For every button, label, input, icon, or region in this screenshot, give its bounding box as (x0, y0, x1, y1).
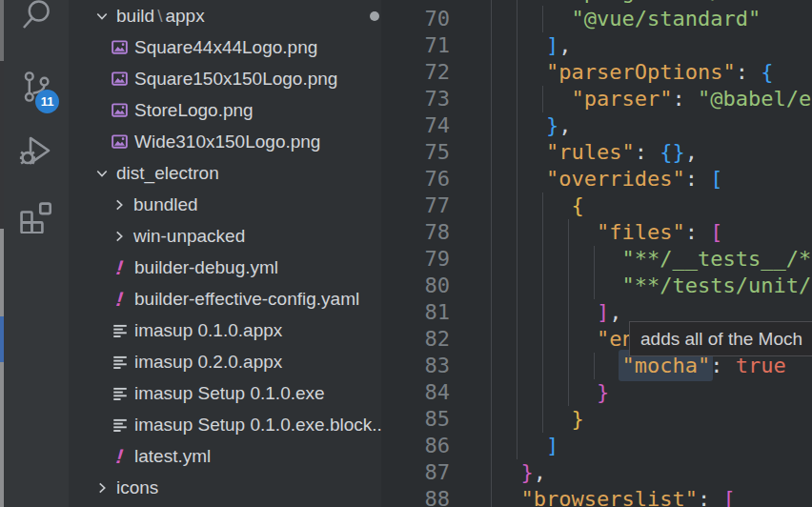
code-line[interactable]: 75 "rules": {}, (381, 139, 812, 166)
code-line[interactable]: 73 "parser": "@babel/eslint-parser" (381, 86, 812, 112)
tree-item-label: Square44x44Logo.png (134, 37, 317, 58)
code-line[interactable]: 70 "@vue/standard" (381, 6, 812, 32)
file-icon (111, 322, 129, 339)
line-number: 74 (381, 112, 450, 139)
tree-row[interactable]: build\appx (69, 0, 381, 31)
code-lines: 69 "plugin:vue/essential",70 "@vue/stand… (381, 0, 812, 507)
editor[interactable]: 69 "plugin:vue/essential",70 "@vue/stand… (381, 0, 812, 507)
activity-run-debug[interactable] (13, 128, 59, 173)
tree-item-label: imasup 0.2.0.appx (134, 352, 282, 373)
tree-item-label: build\appx (116, 6, 205, 27)
chevron-right-icon (93, 479, 111, 497)
tree-row[interactable]: win-unpacked (69, 220, 381, 252)
activity-extensions[interactable] (13, 193, 59, 238)
code-line[interactable]: 88 "browserslist": [ (381, 486, 812, 507)
path-separator: \ (154, 6, 165, 26)
line-number: 70 (381, 6, 450, 32)
tree-item-label: latest.yml (134, 446, 211, 467)
image-file-icon (111, 101, 129, 119)
yaml-file-icon: ! (111, 256, 129, 279)
tree-item-label: builder-effective-config.yaml (134, 289, 359, 310)
code-line[interactable]: 78 "files": [ (381, 219, 812, 246)
code-line[interactable]: 86 ] (381, 433, 812, 459)
tree-item-label: StoreLogo.png (134, 100, 254, 121)
line-number: 76 (381, 166, 450, 193)
code-line[interactable]: 80 "**/tests/unit/**/*.spec.{j,t}s?(x)" (381, 273, 812, 299)
tree-item-label: imasup 0.1.0.appx (134, 320, 282, 341)
tree-row[interactable]: StoreLogo.pngU (69, 94, 381, 126)
activity-bar: 11 (4, 0, 69, 507)
tree-row[interactable]: dist_electron (69, 157, 381, 189)
line-number: 88 (381, 486, 450, 507)
code-line[interactable]: 85 } (381, 406, 812, 433)
tree-item-label: imasup Setup 0.1.0.exe (134, 383, 325, 404)
tree-row[interactable]: imasup 0.1.0.appx (69, 314, 381, 346)
chevron-down-icon (93, 165, 111, 182)
tree-row[interactable]: !builder-effective-config.yaml (69, 283, 381, 314)
activity-search[interactable] (13, 0, 59, 38)
line-number: 78 (381, 219, 450, 246)
tree-item-label: dist_electron (116, 163, 219, 184)
code-line[interactable]: 74 }, (381, 112, 812, 139)
search-icon (19, 0, 53, 32)
tree-item-label: icons (116, 477, 158, 498)
yaml-file-icon: ! (111, 288, 129, 311)
modified-dot-badge (370, 11, 379, 21)
line-number: 79 (381, 246, 450, 273)
image-file-icon (111, 132, 129, 151)
image-file-icon (111, 70, 129, 88)
line-number: 73 (381, 86, 450, 112)
line-number: 75 (381, 139, 450, 166)
chevron-down-icon (93, 8, 111, 25)
tree-row[interactable]: imasup Setup 0.1.0.exe.block... (69, 409, 381, 440)
tree-row[interactable]: bundled (69, 189, 381, 220)
code-line[interactable]: 77 { (381, 193, 812, 219)
line-number: 81 (381, 299, 450, 326)
line-number: 83 (381, 353, 450, 379)
tree-row[interactable]: !builder-debug.yml (69, 252, 381, 283)
line-number: 87 (381, 459, 450, 486)
activity-source-control[interactable]: 11 (13, 64, 59, 110)
explorer-sidebar: build\appxSquare44x44Logo.pngUSquare150x… (69, 0, 381, 507)
tree-row[interactable]: Square150x150Logo.pngU (69, 63, 381, 94)
yaml-file-icon: ! (111, 445, 129, 468)
extensions-icon (18, 197, 54, 233)
tree-item-label: bundled (133, 194, 198, 215)
tree-row[interactable]: Square44x44Logo.pngU (69, 31, 381, 63)
code-line[interactable]: 79 "**/__tests__/*.{j,t}s?(x)", (381, 246, 812, 273)
tree-row[interactable]: imasup Setup 0.1.0.exe (69, 377, 381, 409)
vscode-window: 11 build\appxSquare44x44Logo.pngUSquare1… (0, 0, 812, 507)
image-file-icon (111, 38, 129, 56)
line-number: 80 (381, 273, 450, 299)
code-line[interactable]: 84 } (381, 379, 812, 406)
code-line[interactable]: 72 "parserOptions": { (381, 59, 812, 86)
tree-item-label: Wide310x150Logo.png (134, 132, 320, 152)
code-line[interactable]: 87 }, (381, 459, 812, 486)
line-number: 85 (381, 406, 450, 433)
code-line[interactable]: 83 "mocha": true (381, 353, 812, 379)
tree-item-label: Square150x150Logo.png (134, 69, 337, 90)
line-number: 82 (381, 326, 450, 353)
line-number: 77 (381, 193, 450, 219)
file-icon (111, 354, 129, 371)
scm-changes-badge: 11 (35, 90, 59, 113)
code-line[interactable]: 71 ], (381, 32, 812, 59)
run-debug-icon (18, 132, 54, 169)
tree-item-label: builder-debug.yml (134, 257, 278, 278)
line-number: 72 (381, 59, 450, 86)
tree-row[interactable]: icons (69, 472, 381, 503)
chevron-right-icon (111, 228, 128, 245)
file-icon (111, 385, 129, 402)
tree-item-label: imasup Setup 0.1.0.exe.block... (134, 415, 381, 436)
code-line[interactable]: 76 "overrides": [ (381, 166, 812, 193)
tree-item-label: win-unpacked (133, 226, 245, 247)
line-number: 71 (381, 32, 450, 59)
line-number: 84 (381, 379, 450, 406)
chevron-right-icon (111, 196, 128, 213)
tree-row[interactable]: Wide310x150Logo.pngU (69, 126, 381, 157)
file-icon (111, 416, 129, 434)
line-number: 86 (381, 433, 450, 459)
hover-tooltip: adds all of the Moch (629, 321, 812, 356)
tree-row[interactable]: imasup 0.2.0.appx (69, 346, 381, 377)
tree-row[interactable]: !latest.yml (69, 440, 381, 472)
